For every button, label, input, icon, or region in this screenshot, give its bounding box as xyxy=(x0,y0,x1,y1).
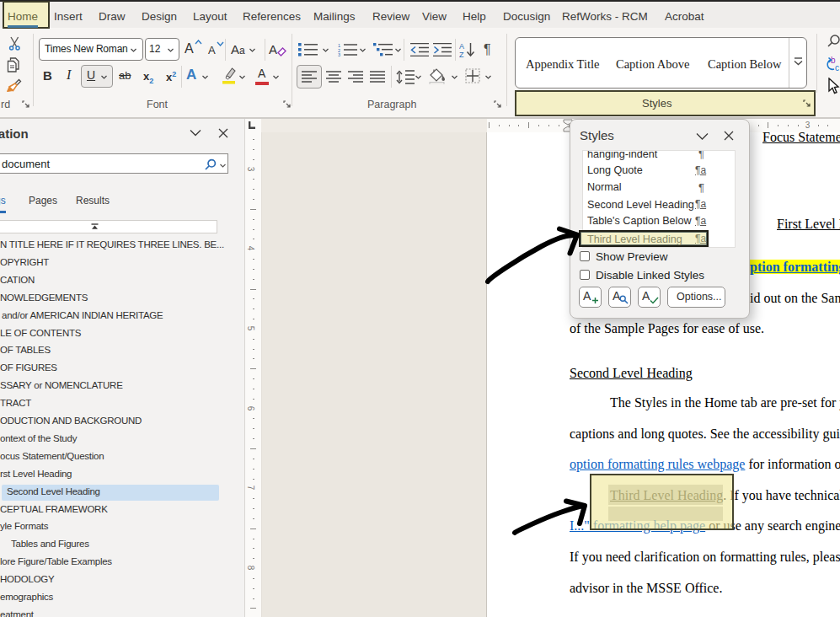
svg-text:3: 3 xyxy=(338,52,340,56)
svg-text:Z: Z xyxy=(459,51,464,58)
svg-text:c: c xyxy=(835,63,839,72)
svg-text:A: A xyxy=(459,42,464,51)
